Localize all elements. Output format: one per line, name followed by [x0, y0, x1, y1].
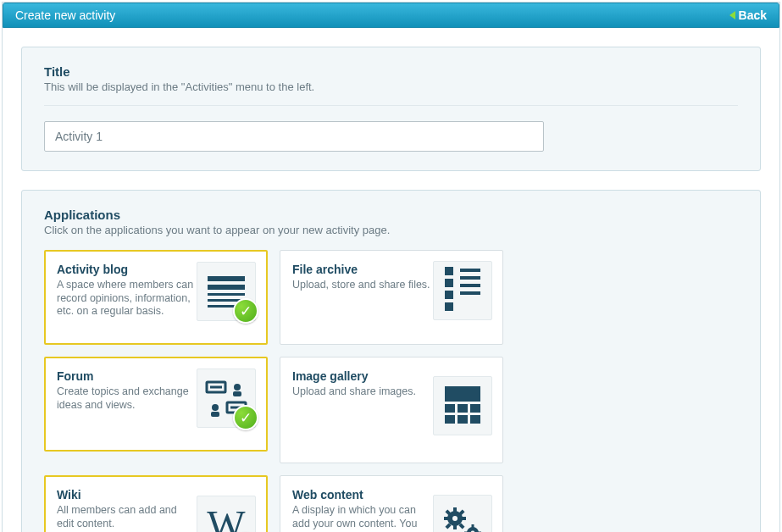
svg-rect-5	[211, 412, 219, 417]
activity-title-input[interactable]	[44, 121, 544, 152]
wiki-icon: W ✓	[197, 496, 256, 532]
gallery-icon	[433, 376, 492, 435]
applications-panel: Applications Click on the applications y…	[21, 190, 761, 532]
svg-point-2	[234, 384, 241, 391]
card-title: Web content	[292, 488, 431, 502]
card-desc: A display in which you can add your own …	[292, 504, 431, 532]
apps-heading: Applications	[44, 208, 738, 222]
card-title: Forum	[57, 369, 196, 383]
app-card-file-archive[interactable]: File archive Upload, store and share fil…	[280, 250, 503, 345]
check-icon: ✓	[233, 405, 258, 430]
title-heading: Title	[44, 64, 738, 79]
card-desc: Create topics and exchange ideas and vie…	[57, 385, 196, 412]
svg-point-4	[212, 404, 219, 411]
back-label: Back	[739, 8, 767, 22]
card-desc: All members can add and edit content.	[57, 504, 196, 530]
card-title: Image gallery	[292, 369, 431, 383]
back-button[interactable]: Back	[729, 8, 767, 22]
svg-rect-12	[444, 517, 449, 520]
title-panel: Title This will be displayed in the "Act…	[21, 47, 761, 171]
app-card-image-gallery[interactable]: Image gallery Upload and share images.	[280, 357, 503, 463]
divider	[44, 105, 738, 106]
card-desc: Upload and share images.	[292, 385, 431, 399]
apps-sub: Click on the applications you want to ap…	[44, 224, 738, 236]
forum-icon: ✓	[197, 369, 256, 428]
svg-point-9	[452, 516, 458, 521]
svg-rect-3	[233, 391, 241, 396]
check-icon: ✓	[233, 298, 258, 324]
header-bar: Create new activity Back	[3, 3, 779, 28]
back-arrow-icon	[729, 11, 735, 19]
app-card-forum[interactable]: Forum Create topics and exchange ideas a…	[44, 357, 268, 452]
app-card-wiki[interactable]: Wiki All members can add and edit conten…	[44, 475, 268, 532]
card-title: Wiki	[57, 488, 196, 502]
app-card-activity-blog[interactable]: Activity blog A space where members can …	[44, 250, 268, 345]
card-title: File archive	[292, 263, 431, 276]
svg-rect-10	[453, 507, 457, 513]
title-sub: This will be displayed in the "Activitie…	[44, 80, 738, 93]
gears-icon	[433, 495, 492, 532]
svg-rect-13	[461, 517, 466, 520]
file-archive-icon	[433, 261, 492, 320]
svg-rect-11	[453, 524, 457, 529]
page-title: Create new activity	[15, 8, 115, 22]
blog-icon: ✓	[197, 262, 256, 321]
app-card-web-content[interactable]: Web content A display in which you can a…	[280, 475, 503, 532]
card-desc: A space where members can record opinion…	[57, 279, 196, 319]
apps-grid: Activity blog A space where members can …	[44, 250, 738, 532]
card-desc: Upload, store and share files.	[292, 279, 431, 292]
page-container: Create new activity Back Title This will…	[2, 2, 780, 532]
svg-rect-20	[472, 524, 474, 529]
card-title: Activity blog	[57, 263, 196, 276]
